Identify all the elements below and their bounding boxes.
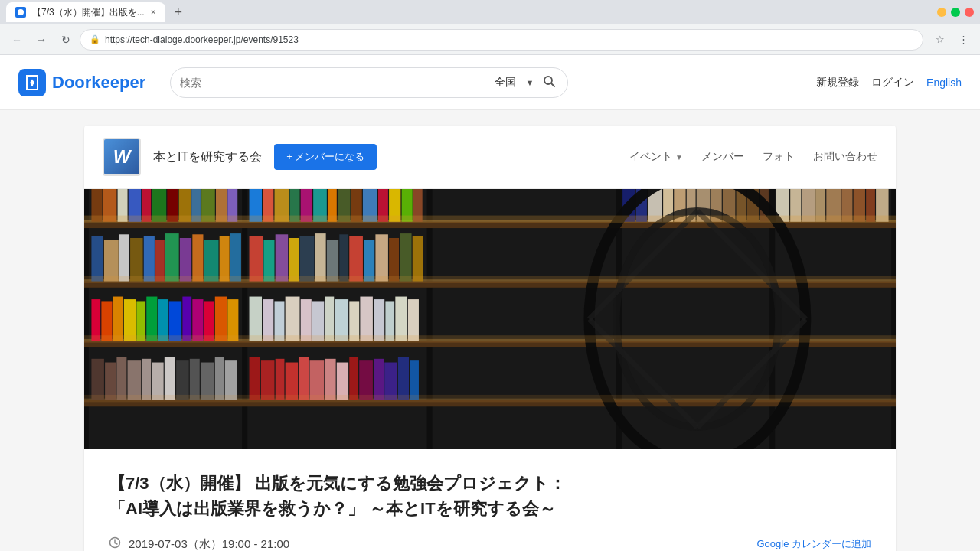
add-to-google-calendar-link[interactable]: Google カレンダーに追加 <box>756 537 871 551</box>
page-content: Doorkeeper 全国 ▼ 新規登録 ログイン English W 本とIT <box>0 55 980 551</box>
register-link[interactable]: 新規登録 <box>816 76 859 90</box>
event-details: 【7/3（水）開催】 出版を元気にする勉強会プロジェクト： 「AI導入は出版業界… <box>84 449 896 551</box>
search-button[interactable] <box>540 72 558 93</box>
forward-button[interactable]: → <box>31 29 52 51</box>
url-display: https://tech-dialoge.doorkeeper.jp/event… <box>105 34 913 45</box>
search-container: 全国 ▼ <box>170 67 568 98</box>
group-name: 本とITを研究する会 <box>153 149 262 165</box>
doorkeeper-logo-text: Doorkeeper <box>52 73 145 93</box>
address-bar[interactable]: 🔒 https://tech-dialoge.doorkeeper.jp/eve… <box>80 29 923 51</box>
browser-chrome: 【7/3（水）開催】出版を... × + ← → ↻ 🔒 https://tec… <box>0 0 980 55</box>
tab-title: 【7/3（水）開催】出版を... <box>32 6 145 19</box>
event-title: 【7/3（水）開催】 出版を元気にする勉強会プロジェクト： 「AI導入は出版業界… <box>109 471 871 521</box>
tab-close-button[interactable]: × <box>151 7 156 18</box>
region-dropdown-arrow[interactable]: ▼ <box>525 78 534 87</box>
svg-point-0 <box>18 9 24 15</box>
minimize-button[interactable] <box>937 8 946 17</box>
svg-point-1 <box>31 80 34 84</box>
nav-photos[interactable]: フォト <box>763 150 795 164</box>
browser-tab[interactable]: 【7/3（水）開催】出版を... × <box>6 2 165 22</box>
new-tab-button[interactable]: + <box>168 2 188 22</box>
search-divider <box>488 75 488 90</box>
back-button[interactable]: ← <box>6 29 28 51</box>
group-logo-letter: W <box>113 146 131 168</box>
browser-action-buttons: ☆ ⋮ <box>929 29 974 51</box>
ssl-lock-icon: 🔒 <box>90 34 100 44</box>
browser-menu-button[interactable]: ⋮ <box>952 29 974 51</box>
svg-rect-153 <box>84 216 896 223</box>
svg-line-159 <box>115 543 117 545</box>
search-input[interactable] <box>180 77 482 89</box>
maximize-button[interactable] <box>951 8 960 17</box>
become-member-button[interactable]: + メンバーになる <box>274 144 377 170</box>
group-header: W 本とITを研究する会 + メンバーになる イベント ▼ メンバー フォト <box>84 126 896 189</box>
group-navigation: イベント ▼ メンバー フォト お問い合わせ <box>629 150 877 164</box>
svg-line-3 <box>551 83 554 86</box>
login-link[interactable]: ログイン <box>871 76 914 90</box>
svg-rect-154 <box>84 276 896 282</box>
event-date-text: 2019-07-03（水）19:00 - 21:00 <box>129 537 289 552</box>
top-navigation: Doorkeeper 全国 ▼ 新規登録 ログイン English <box>0 55 980 110</box>
hero-image <box>84 189 896 449</box>
close-button[interactable] <box>965 8 974 17</box>
group-logo: W <box>103 138 141 176</box>
refresh-button[interactable]: ↻ <box>55 29 77 51</box>
region-selector-label: 全国 <box>495 76 519 90</box>
content-area: W 本とITを研究する会 + メンバーになる イベント ▼ メンバー フォト <box>69 110 911 551</box>
events-dropdown-arrow: ▼ <box>675 153 683 161</box>
bookmark-star-button[interactable]: ☆ <box>929 29 951 51</box>
nav-members[interactable]: メンバー <box>701 150 744 164</box>
browser-titlebar: 【7/3（水）開催】出版を... × + <box>0 0 980 24</box>
window-controls <box>937 8 974 17</box>
nav-actions: 新規登録 ログイン English <box>816 76 962 90</box>
svg-rect-152 <box>84 189 896 449</box>
nav-contact[interactable]: お問い合わせ <box>813 150 877 164</box>
browser-toolbar: ← → ↻ 🔒 https://tech-dialoge.doorkeeper.… <box>0 24 980 55</box>
event-card: W 本とITを研究する会 + メンバーになる イベント ▼ メンバー フォト <box>84 126 896 551</box>
svg-rect-156 <box>84 395 896 402</box>
event-datetime: 2019-07-03（水）19:00 - 21:00 Google カレンダーに… <box>109 536 871 551</box>
language-link[interactable]: English <box>926 77 962 89</box>
logo-area: Doorkeeper <box>18 69 145 96</box>
clock-icon <box>109 536 121 551</box>
doorkeeper-logo-icon <box>18 69 46 96</box>
svg-rect-155 <box>84 335 896 342</box>
nav-events[interactable]: イベント ▼ <box>629 150 683 164</box>
tab-favicon <box>15 7 26 18</box>
